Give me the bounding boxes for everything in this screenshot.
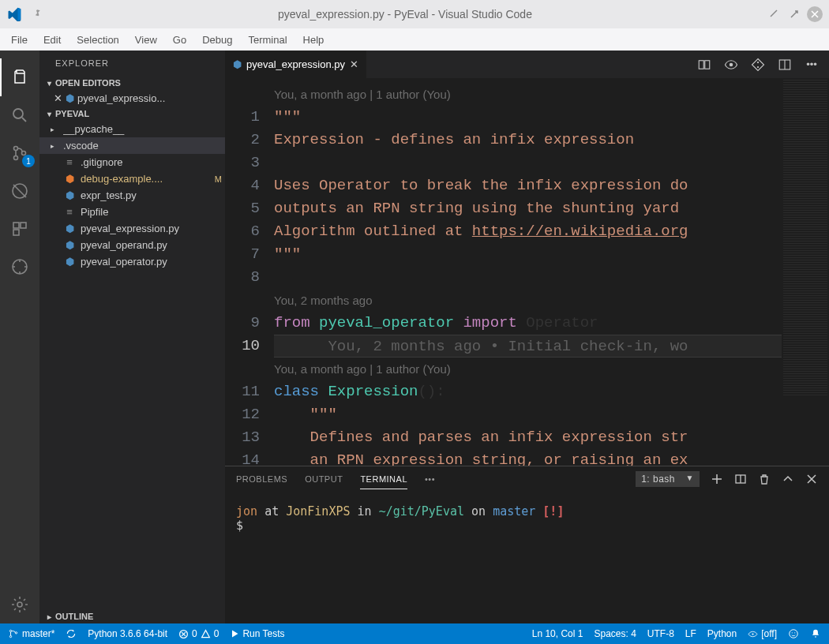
folder-item[interactable]: ▸__pycache__ [39,121,225,137]
preview-icon[interactable] [723,57,739,73]
sidebar-title: EXPLORER [39,51,225,76]
svg-point-23 [792,632,793,633]
status-run-tests[interactable]: Run Tests [230,628,284,639]
python-file-icon: ⬢ [233,58,242,70]
menu-edit[interactable]: Edit [36,31,69,49]
new-terminal-icon[interactable] [711,473,723,485]
svg-point-24 [794,632,795,633]
chevron-down-icon: ▼ [686,474,694,482]
menu-help[interactable]: Help [295,31,332,49]
status-branch[interactable]: master* [8,628,54,639]
menu-go[interactable]: Go [165,31,194,49]
more-icon[interactable]: ••• [804,57,820,73]
kill-terminal-icon[interactable] [758,473,771,485]
svg-point-2 [14,156,18,160]
open-editor-item[interactable]: ✕ ⬢ pyeval_expressio... [39,90,225,107]
file-item[interactable]: ⬢pyeval_operand.py [39,237,225,253]
file-icon: ≡ [63,206,76,218]
svg-point-12 [730,62,733,66]
tabs-row: ⬢ pyeval_expression.py ✕ ••• [225,51,829,78]
status-problems[interactable]: 0 0 [178,628,219,639]
terminal-selector[interactable]: 1: bash ▼ [636,471,700,487]
panel-tabs: PROBLEMS OUTPUT TERMINAL ••• 1: bash ▼ [225,466,829,492]
compare-icon[interactable] [696,57,712,73]
folder-item[interactable]: ▸.vscode [39,137,225,154]
editor-area[interactable]: 12345678 910 11121314 You, a month ago |… [225,78,829,466]
activity-extensions[interactable] [0,210,39,248]
menu-debug[interactable]: Debug [194,31,240,49]
file-item[interactable]: ⬢pyeval_expression.py [39,220,225,237]
chevron-down-icon: ▾ [43,110,55,118]
activity-debug[interactable] [0,172,39,210]
activity-explorer[interactable] [0,58,39,96]
maximize-icon[interactable] [786,6,802,22]
status-live[interactable]: [off] [748,628,777,639]
vscode-icon [6,6,22,22]
svg-point-18 [9,635,11,637]
status-spaces[interactable]: Spaces: 4 [594,628,636,639]
panel-tab-more[interactable]: ••• [425,470,435,489]
menu-view[interactable]: View [127,31,165,49]
activity-settings[interactable] [0,586,39,623]
panel-tab-terminal[interactable]: TERMINAL [360,470,407,489]
file-icon: ≡ [63,156,76,168]
sidebar: EXPLORER ▾ OPEN EDITORS ✕ ⬢ pyeval_expre… [39,51,225,623]
svg-rect-7 [13,230,19,235]
tab-active[interactable]: ⬢ pyeval_expression.py ✕ [225,51,367,78]
close-icon[interactable] [807,6,823,22]
term-status: [!] [542,504,564,519]
file-item[interactable]: ⬢pyeval_operator.py [39,253,225,270]
minimap[interactable] [782,78,829,466]
file-item[interactable]: ≡Pipfile [39,204,225,220]
panel-tab-problems[interactable]: PROBLEMS [236,470,287,489]
file-icon: ⬢ [63,223,76,234]
term-user: jon [236,504,257,519]
file-item[interactable]: ⬢expr_test.py [39,187,225,204]
chevron-right-icon: ▸ [51,125,58,133]
chevron-right-icon: ▸ [43,612,55,621]
outline-header[interactable]: ▸ OUTLINE [39,609,225,623]
status-sync[interactable] [66,628,77,639]
svg-point-1 [14,147,18,151]
status-eol[interactable]: LF [685,628,696,639]
split-terminal-icon[interactable] [734,473,747,485]
terminal-body[interactable]: jon at JonFinXPS in ~/git/PyEval on mast… [225,492,829,623]
menu-file[interactable]: File [3,31,36,49]
svg-point-13 [757,61,759,62]
code-content[interactable]: You, a month ago | 1 author (You)"""Expr… [274,78,782,466]
project-header[interactable]: ▾ PYEVAL [39,107,225,121]
status-lang[interactable]: Python [707,628,737,639]
status-encoding[interactable]: UTF-8 [647,628,674,639]
close-editor-icon[interactable]: ✕ [54,92,62,104]
file-item[interactable]: ⬢debug-example....M [39,170,225,187]
pin-icon[interactable] [28,6,44,22]
open-editors-header[interactable]: ▾ OPEN EDITORS [39,76,225,90]
svg-point-21 [752,633,754,635]
term-path: ~/git/PyEval [379,504,464,519]
git-icon[interactable] [750,57,766,73]
minimize-icon[interactable] [766,6,782,22]
menu-selection[interactable]: Selection [69,31,126,49]
activity-test[interactable] [0,248,39,286]
status-feedback[interactable] [788,628,799,639]
terminal-selector-label: 1: bash [641,474,675,485]
file-item[interactable]: ≡.gitignore [39,154,225,170]
split-icon[interactable] [777,57,793,73]
app-body: 1 EXPLORER ▾ OPEN EDITORS ✕ ⬢ pyeval_exp… [0,51,829,623]
activity-scm[interactable]: 1 [0,134,39,172]
maximize-panel-icon[interactable] [782,473,794,485]
status-python[interactable]: Python 3.6.6 64-bit [88,628,167,639]
outline-label: OUTLINE [55,612,93,621]
status-bell[interactable] [810,628,821,639]
activity-search[interactable] [0,96,39,134]
python-file-icon: ⬢ [66,92,74,104]
status-position[interactable]: Ln 10, Col 1 [532,628,583,639]
menu-terminal[interactable]: Terminal [240,31,294,49]
close-tab-icon[interactable]: ✕ [350,58,358,70]
term-prompt: $ [236,519,243,533]
open-editors-label: OPEN EDITORS [55,78,121,88]
chevron-down-icon: ▾ [43,79,55,88]
close-panel-icon[interactable] [805,473,818,485]
panel-tab-output[interactable]: OUTPUT [305,470,343,489]
svg-rect-10 [699,60,703,69]
